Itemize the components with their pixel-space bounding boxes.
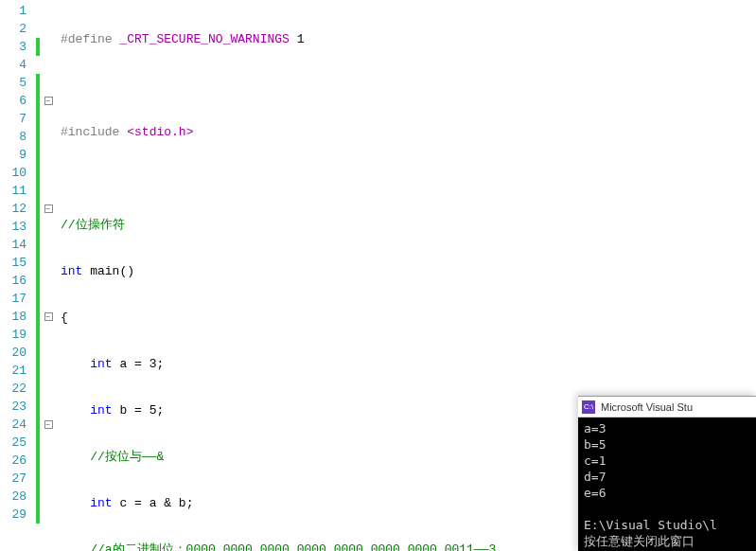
change-marker (36, 218, 40, 236)
change-marker (36, 164, 40, 182)
change-marker (36, 254, 40, 272)
code-line[interactable]: #define _CRT_SECURE_NO_WARNINGS 1 (61, 30, 756, 48)
change-marker (36, 488, 40, 506)
change-marker (36, 344, 40, 362)
line-number-gutter: 1 2 3 4 5 6 7 8 9 10 11 12 13 14 15 16 1… (0, 0, 36, 551)
line-number: 4 (0, 56, 26, 74)
code-line[interactable] (61, 169, 756, 187)
line-number: 7 (0, 110, 26, 128)
code-line[interactable]: int main() (61, 262, 756, 280)
change-marker (36, 416, 40, 434)
line-number: 21 (0, 362, 26, 380)
line-number: 11 (0, 182, 26, 200)
change-marker (36, 92, 40, 110)
line-number: 15 (0, 254, 26, 272)
line-number: 10 (0, 164, 26, 182)
line-number: 26 (0, 452, 26, 470)
line-number: 22 (0, 380, 26, 398)
change-marker (36, 74, 40, 92)
change-marker (36, 182, 40, 200)
line-number: 25 (0, 434, 26, 452)
change-marker (36, 470, 40, 488)
line-number: 17 (0, 290, 26, 308)
line-number: 29 (0, 506, 26, 524)
change-marker (36, 38, 40, 56)
console-title-text: Microsoft Visual Stu (601, 401, 693, 413)
line-number: 14 (0, 236, 26, 254)
change-marker (36, 452, 40, 470)
line-number: 18 (0, 308, 26, 326)
line-number: 16 (0, 272, 26, 290)
fold-toggle-icon[interactable]: − (44, 420, 53, 429)
console-window[interactable]: C:\ Microsoft Visual Stu a=3 b=5 c=1 d=7… (578, 396, 756, 551)
line-number: 23 (0, 398, 26, 416)
line-number: 19 (0, 326, 26, 344)
line-number: 9 (0, 146, 26, 164)
code-line[interactable]: //位操作符 (61, 216, 756, 234)
line-number: 20 (0, 344, 26, 362)
fold-column: − − − − (42, 0, 55, 551)
change-marker (36, 236, 40, 254)
change-marker (36, 506, 40, 524)
code-line[interactable]: #include <stdio.h> (61, 123, 756, 141)
line-number: 28 (0, 488, 26, 506)
line-number: 27 (0, 470, 26, 488)
change-marker (36, 434, 40, 452)
code-line[interactable]: int a = 3; (61, 355, 756, 373)
change-marker (36, 128, 40, 146)
fold-toggle-icon[interactable]: − (44, 312, 53, 321)
code-line[interactable]: { (61, 309, 756, 327)
change-marker (36, 380, 40, 398)
change-marker (36, 308, 40, 326)
line-number: 1 (0, 2, 26, 20)
change-marker (36, 200, 40, 218)
line-number: 24 (0, 416, 26, 434)
change-marker (36, 290, 40, 308)
change-marker (36, 362, 40, 380)
change-marker (36, 398, 40, 416)
line-number: 2 (0, 20, 26, 38)
console-titlebar[interactable]: C:\ Microsoft Visual Stu (578, 397, 756, 418)
code-line[interactable] (61, 77, 756, 95)
change-marker (36, 326, 40, 344)
line-number: 12 (0, 200, 26, 218)
change-marker (36, 146, 40, 164)
change-marker (36, 110, 40, 128)
fold-toggle-icon[interactable]: − (44, 97, 53, 105)
line-number: 8 (0, 128, 26, 146)
console-icon: C:\ (582, 400, 595, 414)
change-marker (36, 272, 40, 290)
fold-toggle-icon[interactable]: − (44, 204, 53, 213)
line-number: 5 (0, 74, 26, 92)
line-number: 6 (0, 92, 26, 110)
console-output: a=3 b=5 c=1 d=7 e=6 E:\Visual Studio\l 按… (578, 418, 756, 551)
line-number: 3 (0, 38, 26, 56)
line-number: 13 (0, 218, 26, 236)
